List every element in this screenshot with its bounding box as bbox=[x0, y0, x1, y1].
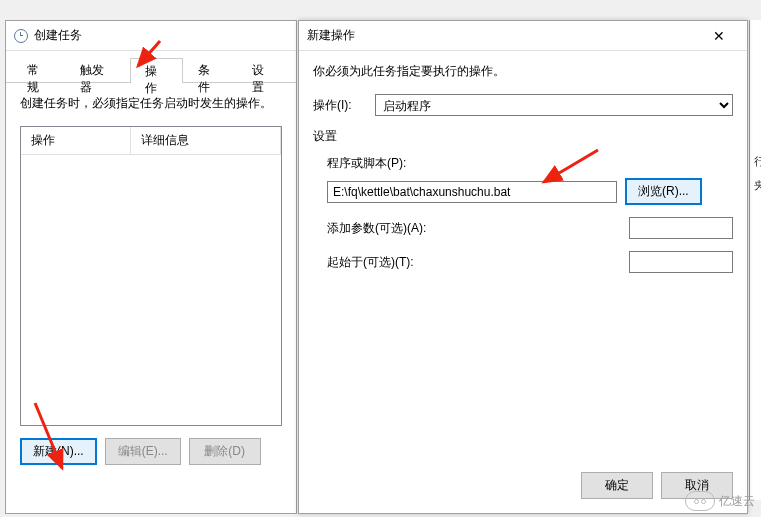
startin-row: 起始于(可选)(T): bbox=[327, 251, 733, 273]
action-select[interactable]: 启动程序 bbox=[375, 94, 733, 116]
new-button[interactable]: 新建(N)... bbox=[20, 438, 97, 465]
dialog-titlebar: 新建操作 ✕ bbox=[299, 21, 747, 51]
edge-text-2: 夹 bbox=[754, 178, 761, 193]
path-label: 程序或脚本(P): bbox=[327, 156, 406, 170]
edit-button[interactable]: 编辑(E)... bbox=[105, 438, 181, 465]
tab-conditions[interactable]: 条件 bbox=[183, 57, 236, 82]
close-icon[interactable]: ✕ bbox=[699, 21, 739, 50]
browse-button[interactable]: 浏览(R)... bbox=[625, 178, 702, 205]
clock-icon bbox=[14, 29, 28, 43]
tab-settings[interactable]: 设置 bbox=[237, 57, 290, 82]
path-input[interactable] bbox=[327, 181, 617, 203]
col-details[interactable]: 详细信息 bbox=[131, 127, 281, 154]
dialog-body: 你必须为此任务指定要执行的操作。 操作(I): 启动程序 设置 程序或脚本(P)… bbox=[299, 51, 747, 297]
ok-button[interactable]: 确定 bbox=[581, 472, 653, 499]
create-task-window: 创建任务 常规 触发器 操作 条件 设置 创建任务时，必须指定任务启动时发生的操… bbox=[5, 20, 297, 514]
delete-button[interactable]: 删除(D) bbox=[189, 438, 261, 465]
new-action-dialog: 新建操作 ✕ 你必须为此任务指定要执行的操作。 操作(I): 启动程序 设置 程… bbox=[298, 20, 748, 514]
tab-strip: 常规 触发器 操作 条件 设置 bbox=[6, 51, 296, 83]
dialog-title: 新建操作 bbox=[307, 27, 699, 44]
watermark-icon bbox=[685, 491, 715, 511]
watermark-text: 亿速云 bbox=[719, 493, 755, 510]
main-body: 创建任务时，必须指定任务启动时发生的操作。 操作 详细信息 新建(N)... 编… bbox=[6, 83, 296, 477]
startin-label: 起始于(可选)(T): bbox=[327, 254, 427, 271]
actions-listbox[interactable]: 操作 详细信息 bbox=[20, 126, 282, 426]
action-label: 操作(I): bbox=[313, 97, 367, 114]
path-row: 浏览(R)... bbox=[327, 178, 733, 205]
background-edge: 行 夹 bbox=[749, 20, 761, 500]
edge-text-1: 行 bbox=[754, 154, 761, 169]
args-row: 添加参数(可选)(A): bbox=[327, 217, 733, 239]
dialog-footer-buttons: 确定 取消 bbox=[299, 458, 747, 513]
watermark: 亿速云 bbox=[685, 491, 755, 511]
action-row: 操作(I): 启动程序 bbox=[313, 94, 733, 116]
startin-input[interactable] bbox=[629, 251, 733, 273]
main-instruction: 创建任务时，必须指定任务启动时发生的操作。 bbox=[20, 95, 282, 112]
list-header: 操作 详细信息 bbox=[21, 127, 281, 155]
tab-actions[interactable]: 操作 bbox=[130, 58, 183, 83]
col-action[interactable]: 操作 bbox=[21, 127, 131, 154]
dialog-instruction: 你必须为此任务指定要执行的操作。 bbox=[313, 63, 733, 80]
args-label: 添加参数(可选)(A): bbox=[327, 220, 427, 237]
tab-general[interactable]: 常规 bbox=[12, 57, 65, 82]
tab-triggers[interactable]: 触发器 bbox=[65, 57, 130, 82]
args-input[interactable] bbox=[629, 217, 733, 239]
list-buttons: 新建(N)... 编辑(E)... 删除(D) bbox=[20, 438, 282, 465]
main-titlebar: 创建任务 bbox=[6, 21, 296, 51]
settings-group: 程序或脚本(P): 浏览(R)... 添加参数(可选)(A): 起始于(可选)(… bbox=[313, 155, 733, 273]
settings-label: 设置 bbox=[313, 128, 733, 145]
main-title: 创建任务 bbox=[34, 27, 288, 44]
